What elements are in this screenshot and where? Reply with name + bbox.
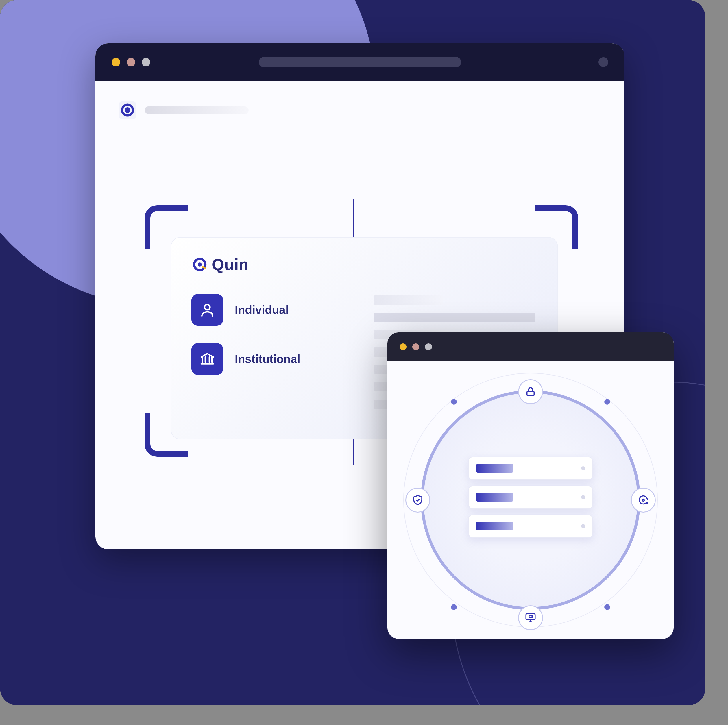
- security-window: [387, 332, 674, 639]
- user-icon: [191, 294, 223, 326]
- svg-rect-7: [529, 616, 532, 618]
- ring-bead: [451, 604, 457, 610]
- option-institutional-label: Institutional: [235, 353, 300, 366]
- brand-name: Quin: [212, 255, 249, 274]
- svg-point-8: [642, 499, 644, 501]
- security-titlebar: [387, 332, 674, 361]
- bank-icon: [191, 343, 223, 375]
- refresh-gear-icon: [631, 488, 656, 512]
- breadcrumb: [119, 101, 249, 119]
- titlebar-menu-icon[interactable]: [598, 57, 608, 67]
- svg-rect-5: [527, 391, 534, 396]
- stage-background: Quin Individual Institutional: [0, 0, 705, 705]
- server-row: [468, 486, 593, 509]
- traffic-lights[interactable]: [112, 58, 150, 66]
- ring-bead: [604, 604, 610, 610]
- option-individual-label: Individual: [235, 304, 289, 317]
- traffic-max-icon[interactable]: [142, 58, 150, 66]
- url-bar[interactable]: [259, 57, 461, 67]
- brand-logo: Quin: [191, 255, 537, 274]
- brand-mark-icon: [119, 101, 136, 119]
- monitor-icon: [518, 605, 543, 630]
- server-row: [468, 515, 593, 538]
- traffic-min-icon[interactable]: [412, 343, 419, 350]
- ring-bead: [451, 399, 457, 405]
- traffic-max-icon[interactable]: [425, 343, 432, 350]
- traffic-close-icon[interactable]: [399, 343, 407, 350]
- traffic-close-icon[interactable]: [112, 58, 120, 66]
- server-row: [468, 457, 593, 480]
- titlebar: [95, 43, 624, 81]
- server-stack: [468, 457, 593, 543]
- security-diagram: [387, 361, 674, 639]
- lock-icon: [518, 379, 543, 404]
- svg-point-1: [126, 109, 129, 112]
- svg-point-3: [198, 263, 202, 266]
- shield-check-icon: [405, 488, 430, 512]
- breadcrumb-placeholder: [145, 106, 249, 114]
- svg-point-4: [205, 304, 210, 310]
- svg-rect-6: [526, 614, 535, 620]
- ring-bead: [604, 399, 610, 405]
- traffic-min-icon[interactable]: [127, 58, 135, 66]
